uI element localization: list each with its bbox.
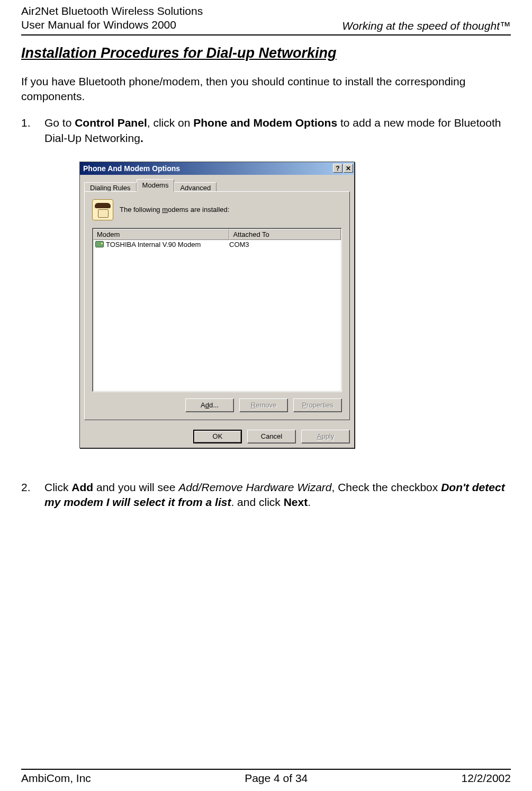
header-left-line2: User Manual for Windows 2000	[21, 18, 203, 32]
modem-port: COM3	[229, 241, 339, 248]
footer-divider	[21, 769, 511, 770]
remove-button[interactable]: Remove	[239, 398, 288, 412]
intro-paragraph: If you have Bluetooth phone/modem, then …	[21, 74, 511, 104]
footer-right: 12/2/2002	[462, 772, 511, 785]
header-right: Working at the speed of thought™	[342, 20, 511, 32]
list-header: Modem Attached To	[93, 229, 341, 240]
cancel-button[interactable]: Cancel	[247, 430, 296, 443]
header-left: Air2Net Bluetooth Wireless Solutions Use…	[21, 4, 203, 32]
close-button[interactable]: ✕	[344, 164, 353, 173]
help-icon: ?	[336, 165, 339, 172]
document-header: Air2Net Bluetooth Wireless Solutions Use…	[21, 0, 511, 32]
document-footer: AmbiCom, Inc Page 4 of 34 12/2/2002	[21, 772, 511, 785]
step-1: 1. Go to Control Panel, click on Phone a…	[21, 115, 511, 146]
step-1-text-1: Go to	[44, 117, 75, 129]
panel-caption-post: odems are installed:	[168, 206, 229, 214]
modem-name: TOSHIBA Internal V.90 Modem	[106, 241, 201, 248]
add-button[interactable]: Add...	[185, 398, 234, 412]
phone-icon	[92, 199, 113, 220]
ok-button[interactable]: OK	[193, 430, 242, 443]
step-2-text-2: and you will see	[93, 481, 178, 493]
step-2-text-4: . and click	[231, 496, 283, 508]
apply-button[interactable]: Apply	[301, 430, 350, 443]
step-2-bold-2: Next	[284, 496, 308, 508]
panel-caption: The following modems are installed:	[120, 206, 229, 214]
step-1-bold-2: Phone and Modem Options	[193, 117, 337, 129]
step-2: 2. Click Add and you will see Add/Remove…	[21, 480, 511, 510]
tab-panel-modems: The following modems are installed: Mode…	[84, 191, 350, 420]
step-1-bold-1: Control Panel	[75, 117, 147, 129]
list-item[interactable]: TOSHIBA Internal V.90 Modem COM3	[93, 240, 341, 249]
step-1-number: 1.	[21, 115, 31, 130]
header-divider	[21, 34, 511, 35]
modem-listbox[interactable]: Modem Attached To TOSHIBA Internal V.90 …	[92, 228, 342, 392]
step-2-italic-1: Add/Remove Hardware Wizard	[178, 481, 331, 493]
dialog-title: Phone And Modem Options	[83, 164, 180, 173]
step-1-text-2: , click on	[147, 117, 194, 129]
step-1-dot: .	[140, 132, 143, 144]
step-2-text-3: , Check the checkbox	[332, 481, 441, 493]
header-left-line1: Air2Net Bluetooth Wireless Solutions	[21, 4, 203, 18]
phone-modem-dialog: Phone And Modem Options ? ✕ Dialing Rule…	[79, 162, 355, 448]
tab-strip: Dialing Rules Modems Advanced	[84, 179, 350, 192]
footer-left: AmbiCom, Inc	[21, 772, 91, 785]
column-modem[interactable]: Modem	[93, 229, 229, 240]
footer-center: Page 4 of 34	[245, 772, 308, 785]
step-2-number: 2.	[21, 480, 31, 495]
tab-modems[interactable]: Modems	[137, 179, 175, 192]
column-attached-to[interactable]: Attached To	[229, 229, 341, 240]
step-2-text-1: Click	[44, 481, 71, 493]
properties-button[interactable]: Properties	[293, 398, 342, 412]
step-2-text-5: .	[308, 496, 311, 508]
dialog-screenshot: Phone And Modem Options ? ✕ Dialing Rule…	[79, 162, 511, 448]
panel-caption-pre: The following	[120, 206, 162, 214]
close-icon: ✕	[346, 165, 351, 172]
help-button[interactable]: ?	[333, 164, 342, 173]
section-title: Installation Procedures for Dial-up Netw…	[21, 45, 511, 61]
modem-icon	[95, 241, 104, 247]
dialog-titlebar[interactable]: Phone And Modem Options ? ✕	[80, 162, 354, 175]
panel-caption-accel: m	[162, 206, 168, 214]
step-2-bold-1: Add	[71, 481, 93, 493]
